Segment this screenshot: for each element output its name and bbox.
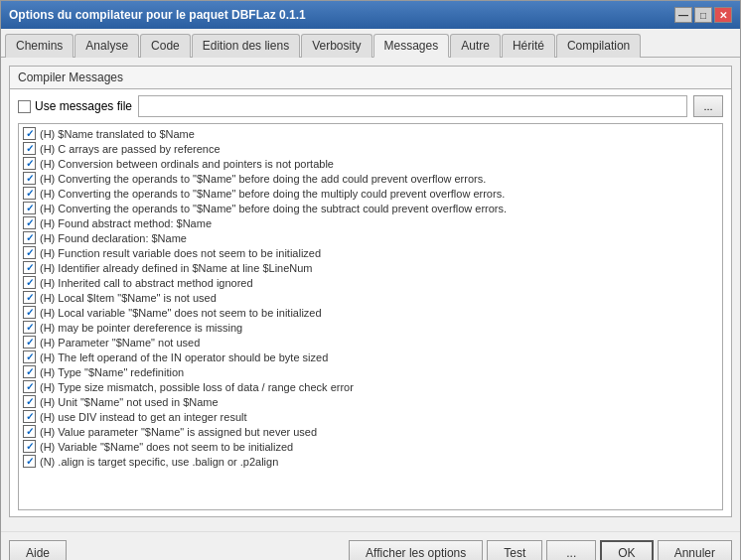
message-item[interactable]: (H) The left operand of the IN operator …	[21, 350, 720, 364]
message-item[interactable]: (H) Function result variable does not se…	[21, 245, 720, 260]
tab-compilation[interactable]: Compilation	[556, 34, 641, 58]
tab-messages[interactable]: Messages	[373, 34, 450, 58]
message-checkbox[interactable]	[23, 142, 36, 155]
message-item[interactable]: (H) Converting the operands to "$Name" b…	[21, 171, 720, 186]
compiler-messages-group: Compiler Messages Use messages file ... …	[9, 66, 732, 517]
message-checkbox[interactable]	[23, 127, 36, 140]
use-messages-checkbox[interactable]	[18, 100, 31, 113]
message-item[interactable]: (H) Converting the operands to "$Name" b…	[21, 186, 720, 201]
message-item[interactable]: (H) use DIV instead to get an integer re…	[21, 409, 720, 424]
message-text: (H) Found declaration: $Name	[40, 232, 187, 244]
message-checkbox[interactable]	[23, 440, 36, 453]
more-button[interactable]: ...	[546, 540, 596, 560]
message-checkbox[interactable]	[23, 246, 36, 259]
message-item[interactable]: (H) Identifier already defined in $Name …	[21, 260, 720, 275]
annuler-button[interactable]: Annuler	[658, 540, 732, 560]
afficher-button[interactable]: Afficher les options	[349, 540, 483, 560]
message-checkbox[interactable]	[23, 172, 36, 185]
use-messages-checkbox-label[interactable]: Use messages file	[18, 99, 132, 113]
message-item[interactable]: (N) .align is target specific, use .bali…	[21, 454, 720, 469]
message-checkbox[interactable]	[23, 425, 36, 438]
message-checkbox[interactable]	[23, 231, 36, 244]
window-title: Options du compilateur pour le paquet DB…	[9, 8, 306, 22]
tab-autre[interactable]: Autre	[450, 34, 501, 58]
messages-list-container: (H) $Name translated to $Name(H) C array…	[18, 123, 723, 510]
bottom-right-buttons: Afficher les options Test ... OK Annuler	[349, 540, 732, 560]
main-window: Options du compilateur pour le paquet DB…	[0, 0, 741, 560]
message-item[interactable]: (H) Local $Item "$Name" is not used	[21, 290, 720, 305]
message-text: (H) may be pointer dereference is missin…	[40, 322, 242, 334]
message-item[interactable]: (H) Value parameter "$Name" is assigned …	[21, 424, 720, 439]
message-checkbox[interactable]	[23, 410, 36, 423]
message-checkbox[interactable]	[23, 306, 36, 319]
group-title: Compiler Messages	[10, 67, 731, 89]
message-text: (H) Type size mismatch, possible loss of…	[40, 381, 354, 393]
message-item[interactable]: (H) Parameter "$Name" not used	[21, 335, 720, 350]
message-item[interactable]: (H) $Name translated to $Name	[21, 126, 720, 141]
tab-chemins[interactable]: Chemins	[5, 34, 74, 58]
message-checkbox[interactable]	[23, 395, 36, 408]
message-checkbox[interactable]	[23, 202, 36, 214]
close-button[interactable]: ✕	[714, 7, 732, 23]
tab-code[interactable]: Code	[140, 34, 191, 58]
message-text: (H) use DIV instead to get an integer re…	[40, 411, 247, 423]
message-text: (H) Value parameter "$Name" is assigned …	[40, 426, 317, 438]
message-checkbox[interactable]	[23, 187, 36, 200]
message-text: (H) Conversion between ordinals and poin…	[40, 158, 334, 170]
message-item[interactable]: (H) Converting the operands to "$Name" b…	[21, 201, 720, 215]
messages-list[interactable]: (H) $Name translated to $Name(H) C array…	[19, 124, 722, 509]
message-item[interactable]: (H) Inherited call to abstract method ig…	[21, 275, 720, 290]
message-item[interactable]: (H) Found declaration: $Name	[21, 230, 720, 245]
message-text: (H) Local variable "$Name" does not seem…	[40, 307, 322, 319]
message-checkbox[interactable]	[23, 336, 36, 349]
group-content: Use messages file ... (H) $Name translat…	[10, 89, 731, 516]
message-text: (H) The left operand of the IN operator …	[40, 351, 328, 363]
message-item[interactable]: (H) may be pointer dereference is missin…	[21, 320, 720, 335]
title-bar: Options du compilateur pour le paquet DB…	[1, 1, 740, 29]
message-text: (H) Converting the operands to "$Name" b…	[40, 203, 507, 214]
messages-file-input[interactable]	[138, 95, 687, 117]
browse-button[interactable]: ...	[693, 95, 723, 117]
ok-button[interactable]: OK	[600, 540, 653, 560]
title-bar-buttons: — □ ✕	[674, 7, 732, 23]
message-item[interactable]: (H) Conversion between ordinals and poin…	[21, 156, 720, 171]
message-checkbox[interactable]	[23, 380, 36, 393]
message-text: (H) Variable "$Name" does not seem to be…	[40, 441, 293, 453]
tab-analyse[interactable]: Analyse	[74, 34, 139, 58]
aide-button[interactable]: Aide	[9, 540, 67, 560]
message-item[interactable]: (H) Type size mismatch, possible loss of…	[21, 379, 720, 394]
message-text: (H) Converting the operands to "$Name" b…	[40, 173, 486, 185]
message-checkbox[interactable]	[23, 261, 36, 274]
tab-verbosity[interactable]: Verbosity	[301, 34, 371, 58]
tab-herite[interactable]: Hérité	[502, 34, 555, 58]
message-item[interactable]: (H) Variable "$Name" does not seem to be…	[21, 439, 720, 454]
message-text: (H) Type "$Name" redefinition	[40, 366, 184, 378]
message-text: (H) Parameter "$Name" not used	[40, 337, 200, 349]
maximize-button[interactable]: □	[694, 7, 712, 23]
message-item[interactable]: (H) Type "$Name" redefinition	[21, 364, 720, 379]
message-text: (H) $Name translated to $Name	[40, 128, 195, 140]
message-checkbox[interactable]	[23, 157, 36, 170]
test-button[interactable]: Test	[487, 540, 542, 560]
message-text: (H) Found abstract method: $Name	[40, 217, 212, 229]
message-text: (H) Identifier already defined in $Name …	[40, 262, 313, 274]
minimize-button[interactable]: —	[674, 7, 692, 23]
message-item[interactable]: (H) Local variable "$Name" does not seem…	[21, 305, 720, 320]
message-checkbox[interactable]	[23, 350, 36, 363]
message-checkbox[interactable]	[23, 216, 36, 229]
message-checkbox[interactable]	[23, 291, 36, 304]
message-checkbox[interactable]	[23, 276, 36, 289]
message-text: (H) Converting the operands to "$Name" b…	[40, 188, 505, 200]
message-item[interactable]: (H) Unit "$Name" not used in $Name	[21, 394, 720, 409]
message-item[interactable]: (H) C arrays are passed by reference	[21, 141, 720, 156]
message-checkbox[interactable]	[23, 365, 36, 378]
use-messages-label: Use messages file	[35, 99, 132, 113]
message-item[interactable]: (H) Found abstract method: $Name	[21, 215, 720, 230]
tab-edition-liens[interactable]: Edition des liens	[192, 34, 300, 58]
tabs-bar: Chemins Analyse Code Edition des liens V…	[1, 29, 740, 58]
message-checkbox[interactable]	[23, 455, 36, 468]
message-text: (H) Inherited call to abstract method ig…	[40, 277, 253, 289]
bottom-bar: Aide Afficher les options Test ... OK An…	[1, 531, 740, 560]
content-area: Compiler Messages Use messages file ... …	[1, 58, 740, 531]
message-checkbox[interactable]	[23, 321, 36, 334]
